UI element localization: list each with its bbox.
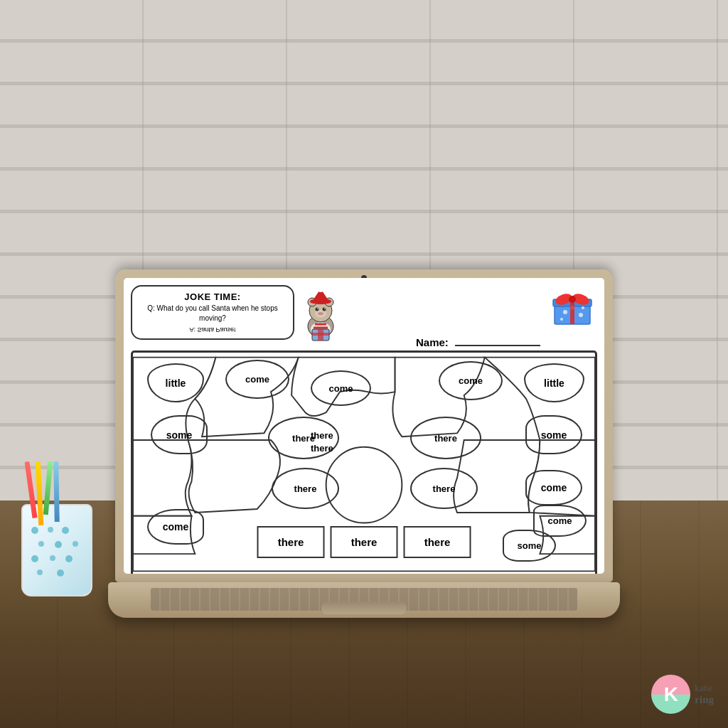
svg-point-32 [569,296,576,303]
svg-rect-29 [570,299,574,324]
pencil-cup-area [21,504,92,596]
watermark: K katie ring [651,675,714,714]
pencils [28,461,59,525]
watermark-katie: katie [695,682,714,694]
watermark-circle: K [651,675,690,714]
joke-answer: A: Santa Pause! [141,325,284,334]
watermark-k-letter: K [664,683,678,706]
joke-title: JOKE TIME: [141,291,284,304]
svg-point-27 [560,318,563,321]
cup-dot [31,555,38,562]
cup-dot [73,541,78,547]
screen-content: JOKE TIME: Q: What do you call Santa whe… [124,278,604,574]
gift-box [551,285,594,331]
cup-dot [62,527,69,534]
cup-dot [57,569,64,577]
word-come-lower-right: come [525,470,582,505]
svg-point-24 [563,310,567,314]
answer-box-1: there [257,526,325,558]
laptop-base [108,582,620,618]
svg-point-15 [318,312,323,315]
watermark-text: katie ring [695,682,714,707]
word-there-4: there [410,468,478,509]
cup-dot [38,541,44,547]
svg-point-14 [324,308,326,309]
joke-question: Q: What do you call Santa when he stops … [141,304,284,323]
cup-dot [55,541,62,548]
bear-illustration [298,285,344,345]
svg-point-12 [323,308,326,311]
cup-dot [37,569,43,575]
cup-dot [31,527,38,534]
answer-boxes-container: there there there [257,526,471,558]
puzzle-area: little come come come [131,350,597,574]
bear-svg [298,285,344,342]
svg-point-26 [579,313,583,317]
cup-dot [50,555,55,561]
watermark-logo: K katie ring [651,675,714,714]
pencil-blue [53,461,59,522]
laptop-screen: JOKE TIME: Q: What do you call Santa whe… [124,278,604,574]
joke-box: JOKE TIME: Q: What do you call Santa whe… [131,285,294,340]
cup-dot [48,527,53,532]
word-there-2: there [410,417,481,459]
word-come-lower-left: come [147,509,204,545]
answer-box-3: there [404,526,471,558]
answer-box-2: there [331,526,398,558]
svg-rect-21 [312,333,329,336]
svg-point-13 [317,308,318,309]
word-come-bottom-right: come [533,505,587,537]
laptop: JOKE TIME: Q: What do you call Santa whe… [108,269,620,618]
name-label: Name: [416,336,540,348]
word-come-3: come [439,361,503,400]
pencil-green [43,461,53,515]
svg-point-11 [316,308,319,311]
watermark-ring: ring [695,693,714,706]
laptop-keyboard [151,588,577,611]
word-come-2: come [311,370,371,406]
watermark-k-icon: K [651,675,690,714]
gift-svg [551,285,594,328]
word-there-3: there [272,468,339,509]
word-there-there-center: there there [311,429,333,455]
word-come-1: come [225,360,289,399]
screen-header: JOKE TIME: Q: What do you call Santa whe… [131,285,597,345]
svg-point-18 [318,287,323,292]
laptop-screen-lid: JOKE TIME: Q: What do you call Santa whe… [115,269,613,582]
svg-point-28 [582,306,584,309]
cup-dot [65,555,73,562]
word-some-left: some [151,415,208,454]
word-some-right: some [525,415,582,454]
